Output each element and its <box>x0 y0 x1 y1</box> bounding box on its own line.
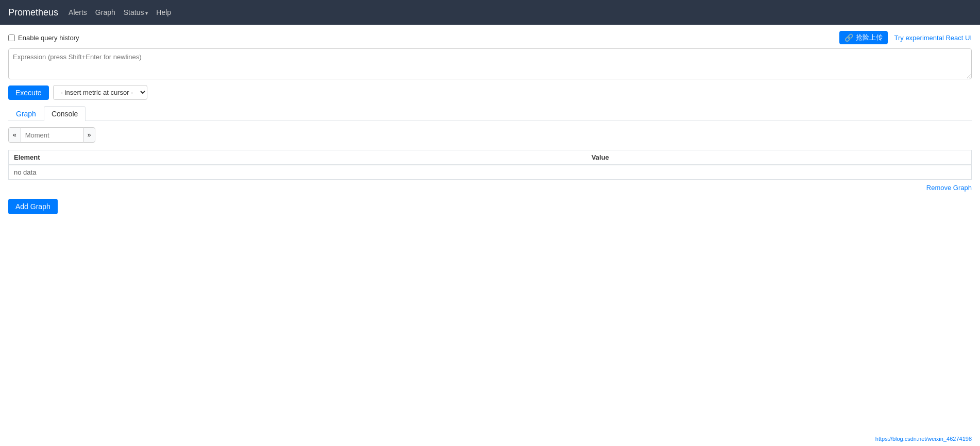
insert-metric-select[interactable]: - insert metric at cursor - <box>53 85 147 100</box>
expression-input[interactable] <box>8 48 972 79</box>
react-ui-link[interactable]: Try experimental React UI <box>894 34 972 42</box>
nav-link-alerts[interactable]: Alerts <box>69 8 87 16</box>
execute-row: Execute - insert metric at cursor - <box>8 85 972 100</box>
execute-button[interactable]: Execute <box>8 85 49 100</box>
empty-message: no data <box>9 165 972 180</box>
remove-graph-link[interactable]: Remove Graph <box>926 184 972 192</box>
upload-button-label: 抢险上传 <box>856 33 883 42</box>
main-content: Enable query history 🔗 抢险上传 Try experime… <box>0 25 980 220</box>
console-controls: « » <box>8 127 972 143</box>
nav-link-help[interactable]: Help <box>156 8 171 16</box>
query-history-checkbox[interactable] <box>8 35 15 41</box>
table-body: no data <box>9 165 972 180</box>
tabs: Graph Console <box>8 106 972 121</box>
col-element: Element <box>9 150 586 165</box>
top-right-links: 🔗 抢险上传 Try experimental React UI <box>839 31 972 44</box>
nav-link-status[interactable]: Status <box>124 8 148 16</box>
prev-arrow-button[interactable]: « <box>8 127 21 143</box>
navbar-brand: Prometheus <box>8 7 58 18</box>
upload-icon: 🔗 <box>844 33 853 42</box>
query-history-text: Enable query history <box>18 34 79 42</box>
results-table: Element Value no data <box>8 150 972 180</box>
navbar: Prometheus Alerts Graph Status Help <box>0 0 980 25</box>
add-graph-button[interactable]: Add Graph <box>8 199 58 214</box>
tab-graph[interactable]: Graph <box>8 106 44 121</box>
moment-input[interactable] <box>21 127 83 143</box>
query-history-label[interactable]: Enable query history <box>8 34 79 42</box>
nav-link-graph[interactable]: Graph <box>95 8 115 16</box>
table-row-empty: no data <box>9 165 972 180</box>
graph-actions-row: Remove Graph <box>8 184 972 192</box>
next-arrow-button[interactable]: » <box>83 127 96 143</box>
navbar-links: Alerts Graph Status Help <box>69 8 171 16</box>
col-value: Value <box>586 150 972 165</box>
query-history-row: Enable query history 🔗 抢险上传 Try experime… <box>8 31 972 44</box>
upload-button[interactable]: 🔗 抢险上传 <box>839 31 888 44</box>
table-header: Element Value <box>9 150 972 165</box>
tab-console[interactable]: Console <box>44 106 86 121</box>
